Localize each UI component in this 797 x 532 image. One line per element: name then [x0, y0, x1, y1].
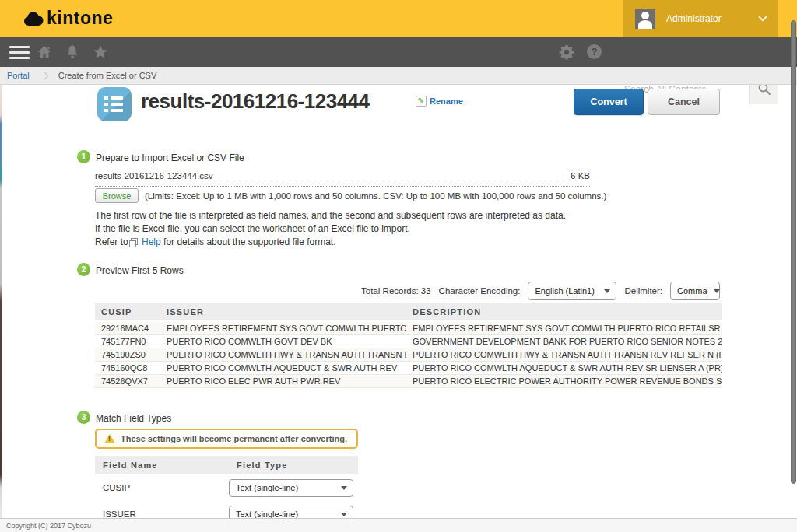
field-type-select[interactable]: Text (single-line)	[229, 479, 353, 497]
breadcrumb-portal-link[interactable]: Portal	[7, 71, 30, 80]
total-records-text: Total Records: 33	[361, 286, 431, 296]
table-row: 29216MAC4EMPLOYEES RETIREMENT SYS GOVT C…	[95, 321, 722, 335]
table-cell: PUERTO RICO COMWLTH GOVT DEV BK	[160, 335, 406, 348]
user-menu[interactable]: Administrator	[623, 0, 778, 37]
home-icon[interactable]	[37, 44, 52, 60]
preview-column-header: CUSIP	[95, 303, 160, 321]
select-caret-icon	[341, 513, 347, 516]
table-cell: EMPLOYEES RETIREMENT SYS GOVT COMWLTH PU…	[406, 321, 722, 335]
edit-pencil-icon: ✎	[416, 96, 427, 107]
preview-controls: Total Records: 33 Character Encoding: En…	[361, 282, 720, 300]
cancel-button[interactable]: Cancel	[648, 89, 720, 115]
hamburger-menu-icon[interactable]	[9, 46, 30, 62]
table-cell: EMPLOYEES RETIREMENT SYS GOVT COMWLTH PU…	[160, 321, 406, 335]
app-icon	[97, 87, 132, 121]
field-type-row: CUSIPText (single-line)	[95, 474, 358, 501]
background-edge-strip	[0, 85, 2, 518]
uploaded-file-name: results-20161216-123444.csv	[95, 171, 213, 180]
instruction-line-2: If the file is Excel file, you can selec…	[95, 222, 566, 236]
field-type-header: Field Type	[229, 456, 358, 474]
refer-prefix: Refer to	[95, 236, 128, 247]
table-row: 745177FN0PUERTO RICO COMWLTH GOVT DEV BK…	[95, 335, 722, 348]
field-type-table-header: Field Name Field Type	[95, 456, 358, 474]
encoding-label: Character Encoding:	[439, 286, 521, 296]
rename-label: Rename	[430, 96, 463, 106]
step1-title: Prepare to Import Excel or CSV File	[96, 152, 244, 163]
preview-column-header: DESCRIPTION	[406, 303, 722, 321]
table-cell: 745160QC8	[95, 362, 160, 375]
top-header-bar: kintone Administrator	[0, 0, 797, 37]
breadcrumb-current-page: Create from Excel or CSV	[58, 71, 157, 80]
delimiter-label: Delimiter:	[624, 286, 662, 296]
delimiter-select[interactable]: Comma	[670, 282, 720, 300]
refer-suffix: for details about the supported file for…	[163, 236, 335, 247]
import-instructions: The first row of the file is interpreted…	[95, 209, 566, 249]
preview-table-header: CUSIPISSUERDESCRIPTION	[95, 303, 722, 321]
convert-button[interactable]: Convert	[574, 89, 644, 115]
user-name: Administrator	[666, 13, 722, 24]
table-cell: 74526QVX7	[95, 375, 160, 388]
kintone-cloud-icon	[23, 12, 44, 26]
table-cell: PUERTO RICO COMWLTH HWY & TRANSN AUTH TR…	[160, 348, 406, 362]
table-row: 745160QC8PUERTO RICO COMWLTH AQUEDUCT & …	[95, 362, 722, 375]
step1-badge: 1	[77, 150, 90, 163]
settings-gear-icon[interactable]	[559, 44, 574, 60]
preview-table: CUSIPISSUERDESCRIPTION 29216MAC4EMPLOYEE…	[95, 303, 722, 388]
user-avatar	[635, 9, 655, 29]
field-name-header: Field Name	[95, 456, 229, 474]
kintone-logo[interactable]: kintone	[23, 8, 113, 29]
help-link[interactable]: Help	[142, 236, 161, 247]
table-row: 74526QVX7PUERTO RICO ELEC PWR AUTH PWR R…	[95, 375, 722, 388]
breadcrumb: Portal Create from Excel or CSV	[0, 67, 797, 85]
kintone-logo-text: kintone	[47, 8, 113, 29]
field-name-cell: CUSIP	[95, 483, 229, 492]
table-row: 745190ZS0PUERTO RICO COMWLTH HWY & TRANS…	[95, 348, 722, 362]
select-caret-icon	[341, 486, 347, 490]
table-cell: GOVERNMENT DEVELOPMENT BANK FOR PUERTO R…	[406, 335, 722, 348]
copyright-text: Copyright (C) 2017 Cybozu	[6, 522, 91, 530]
notifications-bell-icon[interactable]	[65, 44, 80, 60]
browse-button[interactable]: Browse	[95, 188, 139, 203]
field-type-table: Field Name Field Type CUSIPText (single-…	[95, 456, 358, 527]
encoding-select[interactable]: English (Latin1)	[528, 282, 616, 300]
permanent-settings-warning: These settings will become permanent aft…	[95, 429, 358, 449]
table-cell: 29216MAC4	[95, 321, 160, 335]
uploaded-file-row: results-20161216-123444.csv 6 KB	[95, 171, 590, 187]
rename-button[interactable]: ✎ Rename	[416, 96, 463, 107]
help-icon[interactable]: ?	[587, 44, 602, 59]
breadcrumb-chevron-icon	[40, 72, 48, 79]
page-footer: Copyright (C) 2017 Cybozu	[0, 518, 797, 532]
table-cell: 745190ZS0	[95, 348, 160, 362]
warning-triangle-icon	[104, 434, 115, 443]
vertical-scrollbar[interactable]	[791, 20, 796, 484]
uploaded-file-size: 6 KB	[571, 171, 590, 180]
field-type-value: Text (single-line)	[236, 483, 298, 492]
browse-row: Browse (Limits: Excel: Up to 1 MB with 1…	[95, 188, 606, 203]
select-caret-icon	[604, 289, 610, 293]
table-cell: 745177FN0	[95, 335, 160, 348]
step2-title: Preview First 5 Rows	[96, 265, 184, 276]
delimiter-value: Comma	[677, 286, 707, 296]
instruction-line-1: The first row of the file is interpreted…	[95, 209, 566, 222]
file-limits-text: (Limits: Excel: Up to 1 MB with 1,000 ro…	[145, 191, 606, 201]
table-cell: PUERTO RICO ELEC PWR AUTH PWR REV	[160, 375, 406, 388]
external-doc-icon	[131, 238, 138, 245]
step3-title: Match Field Types	[96, 413, 171, 424]
instruction-line-3: Refer to Help for details about the supp…	[95, 236, 566, 249]
select-caret-icon	[714, 289, 720, 293]
warning-text: These settings will become permanent aft…	[121, 434, 347, 443]
step2-badge: 2	[77, 263, 90, 276]
step3-badge: 3	[77, 411, 90, 424]
table-cell: PUERTO RICO ELECTRIC POWER AUTHORITY POW…	[406, 375, 722, 388]
page-title: results-20161216-123444	[141, 89, 370, 114]
main-nav-bar: ?	[0, 37, 797, 67]
encoding-value: English (Latin1)	[535, 286, 594, 296]
chevron-down-icon	[758, 12, 767, 21]
table-cell: PUERTO RICO COMWLTH AQUEDUCT & SWR AUTH …	[406, 362, 722, 375]
favorites-star-icon[interactable]	[93, 44, 108, 60]
preview-column-header: ISSUER	[160, 303, 406, 321]
table-cell: PUERTO RICO COMWLTH AQUEDUCT & SWR AUTH …	[160, 362, 406, 375]
table-cell: PUERTO RICO COMWLTH HWY & TRANSN AUTH TR…	[406, 348, 722, 362]
